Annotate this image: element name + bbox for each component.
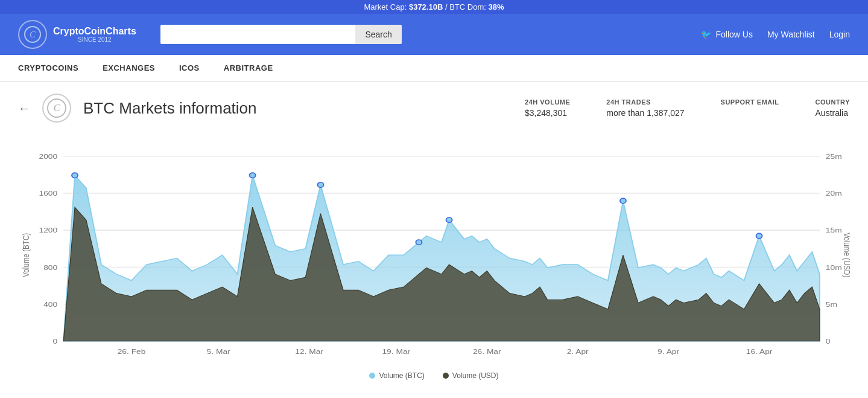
- stat-volume: 24H VOLUME $3,248,301: [525, 98, 570, 118]
- search-area: Search: [160, 25, 402, 44]
- exchange-title: BTC Markets information: [83, 99, 257, 118]
- svg-text:20m: 20m: [826, 189, 842, 197]
- stat-country: COUNTRY Australia: [816, 98, 850, 118]
- svg-text:12. Mar: 12. Mar: [295, 347, 324, 356]
- legend-btc-dot: [369, 373, 375, 379]
- search-button[interactable]: Search: [355, 25, 401, 44]
- stat-country-label: COUNTRY: [816, 98, 850, 106]
- svg-text:15m: 15m: [826, 226, 842, 234]
- svg-text:5m: 5m: [826, 300, 837, 309]
- legend-btc: Volume (BTC): [369, 371, 424, 380]
- svg-text:2. Apr: 2. Apr: [567, 347, 589, 356]
- svg-point-38: [446, 217, 452, 222]
- svg-point-39: [620, 198, 626, 203]
- svg-text:10m: 10m: [826, 263, 842, 272]
- svg-text:26. Feb: 26. Feb: [118, 347, 146, 356]
- svg-text:1200: 1200: [39, 226, 58, 234]
- stat-email-label: SUPPORT EMAIL: [721, 98, 779, 106]
- svg-text:C: C: [30, 30, 36, 39]
- stat-country-value: Australia: [816, 108, 850, 118]
- twitter-icon: 🐦: [701, 30, 711, 39]
- chart-legend: Volume (BTC) Volume (USD): [18, 371, 850, 380]
- svg-text:C: C: [54, 103, 60, 113]
- svg-text:9. Apr: 9. Apr: [657, 347, 680, 356]
- svg-point-37: [416, 240, 422, 245]
- svg-text:Volume (USD): Volume (USD): [842, 233, 850, 277]
- header-right: 🐦 Follow Us My Watchlist Login: [701, 30, 850, 39]
- svg-text:0: 0: [53, 337, 58, 345]
- svg-text:0: 0: [826, 337, 831, 345]
- nav-exchanges[interactable]: EXCHANGES: [103, 55, 155, 81]
- chart-container: 2000 1600 1200 800 400 0 25m 20m 15m 10m…: [18, 137, 850, 367]
- svg-point-35: [250, 173, 256, 178]
- svg-text:Volume (BTC): Volume (BTC): [21, 233, 31, 277]
- nav-bar: CRYPTOCOINS EXCHANGES ICOs ARBITRAGE: [0, 55, 868, 82]
- svg-text:25m: 25m: [826, 152, 842, 161]
- logo-text: CryptoCoinCharts SINCE 2012: [53, 26, 136, 43]
- follow-us-link[interactable]: 🐦 Follow Us: [701, 30, 753, 39]
- stat-trades: 24H TRADES more than 1,387,027: [606, 98, 684, 118]
- nav-icos[interactable]: ICOs: [179, 55, 200, 81]
- legend-btc-label: Volume (BTC): [379, 371, 424, 380]
- svg-text:1600: 1600: [39, 189, 58, 197]
- stat-trades-label: 24H TRADES: [606, 98, 684, 106]
- header: C CryptoCoinCharts SINCE 2012 Search 🐦 F…: [0, 14, 868, 55]
- svg-text:26. Mar: 26. Mar: [473, 347, 502, 356]
- logo-since: SINCE 2012: [53, 36, 136, 43]
- exchange-header: ← C BTC Markets information 24H VOLUME $…: [18, 94, 850, 123]
- page-content: ← C BTC Markets information 24H VOLUME $…: [0, 82, 868, 392]
- logo-name: CryptoCoinCharts: [53, 26, 136, 36]
- stat-trades-value: more than 1,387,027: [606, 108, 684, 118]
- btc-dom: 38%: [488, 2, 504, 11]
- watchlist-link[interactable]: My Watchlist: [767, 30, 815, 39]
- svg-text:800: 800: [43, 263, 57, 272]
- svg-text:400: 400: [43, 300, 57, 309]
- nav-cryptocoins[interactable]: CRYPTOCOINS: [18, 55, 78, 81]
- btc-dom-label: / BTC Dom:: [445, 2, 486, 11]
- svg-point-34: [72, 173, 78, 178]
- follow-us-label: Follow Us: [715, 30, 752, 39]
- stat-email-value: [721, 108, 779, 118]
- svg-text:16. Apr: 16. Apr: [746, 347, 773, 356]
- svg-text:5. Mar: 5. Mar: [207, 347, 231, 356]
- svg-point-40: [756, 233, 762, 238]
- legend-usd: Volume (USD): [443, 371, 499, 380]
- login-link[interactable]: Login: [829, 30, 850, 39]
- chart-svg: 2000 1600 1200 800 400 0 25m 20m 15m 10m…: [18, 137, 850, 367]
- ticker-label: Market Cap:: [364, 2, 407, 11]
- legend-usd-label: Volume (USD): [452, 371, 499, 380]
- svg-point-36: [317, 182, 323, 187]
- logo-area: C CryptoCoinCharts SINCE 2012: [18, 20, 136, 49]
- market-cap: $372.10B: [409, 2, 443, 11]
- svg-text:2000: 2000: [39, 152, 58, 161]
- nav-arbitrage[interactable]: ARBITRAGE: [224, 55, 273, 81]
- exchange-logo: C: [42, 94, 71, 123]
- search-input[interactable]: [160, 25, 356, 44]
- exchange-stats: 24H VOLUME $3,248,301 24H TRADES more th…: [525, 98, 850, 118]
- legend-usd-dot: [443, 373, 449, 379]
- back-button[interactable]: ←: [18, 101, 30, 115]
- svg-text:19. Mar: 19. Mar: [382, 347, 411, 356]
- stat-email: SUPPORT EMAIL: [721, 98, 779, 118]
- stat-volume-value: $3,248,301: [525, 108, 570, 118]
- stat-volume-label: 24H VOLUME: [525, 98, 570, 106]
- ticker-bar: Market Cap: $372.10B / BTC Dom: 38%: [0, 0, 868, 14]
- logo-icon: C: [18, 20, 47, 49]
